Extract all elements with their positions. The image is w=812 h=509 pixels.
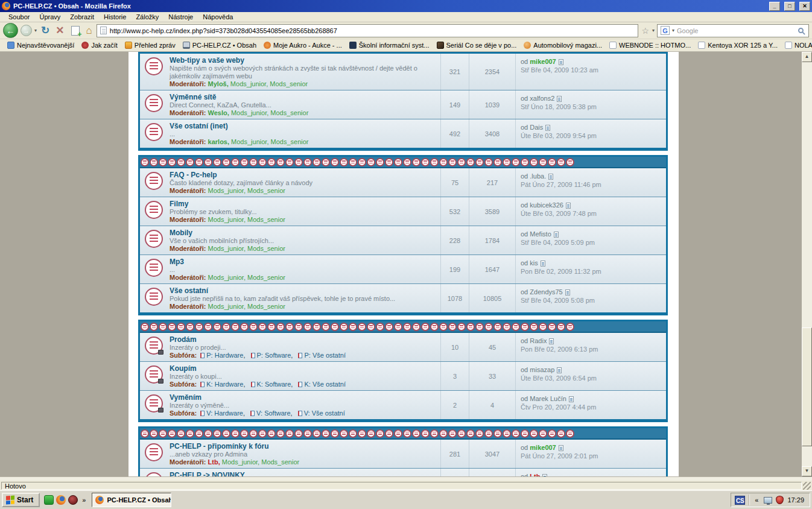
last-post-author-link[interactable]: mike007 [530, 444, 556, 451]
moderator-links[interactable]: Mods_junior, Mods_senior [208, 245, 285, 252]
forum-title-link[interactable]: PC-HELP -> NOVINKY [170, 472, 276, 476]
search-input[interactable] [677, 27, 796, 34]
moderator-links[interactable]: Mods_junior, Mods_senior [231, 138, 308, 145]
start-button[interactable]: Start [2, 493, 40, 507]
goto-last-post-icon[interactable] [542, 474, 547, 476]
horizontal-scrollbar[interactable] [0, 476, 812, 481]
last-post-author-link[interactable]: Zdendys75 [530, 288, 562, 296]
menu-upravy[interactable]: Úpravy [34, 13, 65, 21]
last-post-author-link[interactable]: Dais [530, 124, 543, 131]
forum-title-link[interactable]: Výměnné sítě [170, 93, 308, 101]
forum-title-link[interactable]: FAQ - Pc-help [170, 171, 312, 179]
last-post-author-link[interactable]: misazap [530, 366, 554, 373]
last-post-author-link[interactable]: mike007 [530, 58, 556, 65]
subforum-link[interactable]: V: Vše ostatní [304, 409, 345, 417]
last-post-author-link[interactable]: Mefisto [530, 230, 551, 238]
goto-last-post-icon[interactable] [549, 338, 554, 344]
moderator-link[interactable]: Myloš, [208, 80, 229, 87]
scrollbar-thumb[interactable] [802, 327, 812, 446]
goto-last-post-icon[interactable] [541, 261, 545, 267]
forward-button[interactable]: → [21, 25, 32, 36]
maximize-button[interactable]: □ [784, 2, 795, 11]
scroll-up-arrow[interactable]: ▲ [802, 52, 812, 62]
quick-launch-green-icon[interactable] [44, 495, 54, 505]
forum-title-link[interactable]: Mp3 [170, 258, 285, 266]
bookmark-item[interactable]: Přehled zpráv [121, 41, 179, 49]
vertical-scrollbar[interactable]: ▲ ▼ [802, 52, 812, 476]
last-post-author-link[interactable]: Marek Lučín [530, 395, 566, 402]
goto-last-post-icon[interactable] [557, 96, 562, 102]
bookmark-dropdown-icon[interactable]: ▾ [652, 28, 655, 33]
subforum-link[interactable]: V: Hardware [206, 409, 243, 417]
goto-last-post-icon[interactable] [548, 174, 553, 180]
bookmark-item[interactable]: NOLAN N103 CLASSI... [781, 41, 812, 49]
moderator-links[interactable]: Mods_junior, Mods_senior [231, 109, 308, 116]
goto-last-post-icon[interactable] [559, 59, 563, 65]
subforum-link[interactable]: V: Software [256, 409, 290, 417]
new-tab-icon[interactable] [71, 26, 80, 36]
bookmark-item[interactable]: WEBNODE :: HOTMO... [606, 41, 694, 49]
subforum-link[interactable]: K: Vše ostatní [304, 381, 345, 388]
minimize-button[interactable]: _ [769, 2, 780, 11]
stop-button[interactable]: ✕ [54, 25, 66, 36]
forum-title-link[interactable]: Web-tipy a vaše weby [170, 57, 437, 65]
forum-title-link[interactable]: Vše ostatní (inet) [170, 122, 309, 130]
last-post-author-link[interactable]: xalfons2 [530, 95, 554, 102]
moderator-links[interactable]: Mods_junior, Mods_senior [222, 458, 299, 466]
goto-last-post-icon[interactable] [566, 203, 571, 209]
url-input[interactable] [110, 27, 635, 34]
network-icon[interactable] [764, 497, 772, 504]
subforum-link[interactable]: P: Vše ostatní [304, 352, 345, 359]
quick-launch-overflow-icon[interactable]: » [80, 496, 87, 504]
goto-last-post-icon[interactable] [557, 367, 562, 373]
goto-last-post-icon[interactable] [554, 232, 559, 238]
menu-soubor[interactable]: Soubor [4, 13, 34, 21]
bookmark-item[interactable]: Moje Aukro - Aukce - ... [260, 41, 346, 49]
language-indicator[interactable]: CS [735, 496, 745, 505]
bookmark-item[interactable]: Automobilový magazi... [520, 41, 606, 49]
reload-button[interactable]: ↻ [39, 25, 51, 36]
forum-title-link[interactable]: Vše ostatní [170, 287, 395, 295]
bookmark-item[interactable]: Kentoya XOR 125 a Y... [694, 41, 781, 49]
goto-last-post-icon[interactable] [569, 396, 574, 402]
moderator-link[interactable]: Ltb, [208, 458, 220, 466]
forum-title-link[interactable]: Prodám [170, 336, 346, 344]
menu-nastroje[interactable]: Nástroje [163, 13, 198, 21]
resize-grip-icon[interactable] [803, 482, 811, 490]
taskbar-window-button[interactable]: PC-HELP.CZ • Obsah - ... [92, 493, 171, 507]
last-post-author-link[interactable]: kubicek326 [530, 201, 563, 209]
bookmark-item[interactable]: PC-HELP.CZ • Obsah [179, 41, 260, 49]
bookmark-item[interactable]: Jak začít [78, 41, 121, 49]
moderator-link[interactable]: Weslo, [208, 109, 229, 116]
home-button[interactable]: ⌂ [84, 25, 94, 37]
forum-title-link[interactable]: Mobily [170, 229, 285, 237]
subforum-link[interactable]: P: Software [257, 352, 291, 359]
last-post-author-link[interactable]: kis [530, 259, 538, 267]
forum-title-link[interactable]: Vyměním [170, 394, 345, 402]
antivirus-shield-icon[interactable] [776, 496, 784, 504]
subforum-link[interactable]: K: Software [257, 381, 291, 388]
forum-title-link[interactable]: PC-HELP - připomínky k fóru [170, 443, 299, 451]
google-engine-icon[interactable]: G [661, 26, 670, 35]
moderator-links[interactable]: Mods_junior, Mods_senior [230, 80, 308, 87]
scroll-down-arrow[interactable]: ▼ [802, 466, 812, 476]
menu-zobrazit[interactable]: Zobrazit [65, 13, 99, 21]
moderator-links[interactable]: Mods_junior, Mods_senior [208, 274, 285, 281]
last-post-author-link[interactable]: Radix [530, 337, 547, 344]
last-post-author-link[interactable]: Ltb [530, 473, 540, 476]
history-dropdown-icon[interactable]: ▾ [34, 28, 37, 33]
tray-collapse-icon[interactable]: « [753, 496, 760, 504]
moderator-links[interactable]: Mods_junior, Mods_senior [208, 216, 285, 223]
bookmark-item[interactable]: Nejnavštěvovanější [4, 41, 78, 49]
moderator-links[interactable]: Mods_junior, Mods_senior [208, 303, 285, 310]
moderator-link[interactable]: karlos, [208, 138, 229, 145]
quick-launch-firefox-icon[interactable] [56, 495, 66, 505]
subforum-link[interactable]: P: Hardware [206, 352, 243, 359]
forum-title-link[interactable]: Koupím [170, 365, 346, 373]
bookmark-item[interactable]: Školní informační syst... [346, 41, 433, 49]
bookmark-item[interactable]: Seriál Co se děje v po... [433, 41, 521, 49]
search-icon[interactable] [798, 28, 804, 33]
menu-zalozky[interactable]: Záložky [131, 13, 163, 21]
moderator-links[interactable]: Mods_junior, Mods_senior [208, 187, 285, 194]
forum-title-link[interactable]: Filmy [170, 200, 285, 208]
